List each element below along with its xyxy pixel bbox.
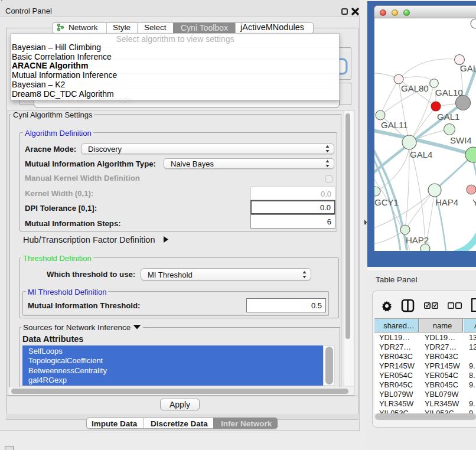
svg-text:GCY1: GCY1 bbox=[374, 197, 399, 207]
svg-text:SWI4: SWI4 bbox=[450, 135, 472, 145]
svg-text:GAL80: GAL80 bbox=[401, 83, 429, 93]
svg-text:GAL1: GAL1 bbox=[437, 112, 459, 122]
svg-text:Y: Y bbox=[472, 197, 476, 207]
svg-text:GAL11: GAL11 bbox=[381, 120, 408, 130]
svg-text:HAP4: HAP4 bbox=[435, 197, 458, 207]
svg-text:HAP2: HAP2 bbox=[406, 235, 429, 245]
svg-text:GAL: GAL bbox=[460, 63, 476, 73]
svg-text:GAL4: GAL4 bbox=[410, 149, 432, 159]
svg-text:GAL10: GAL10 bbox=[435, 87, 463, 97]
